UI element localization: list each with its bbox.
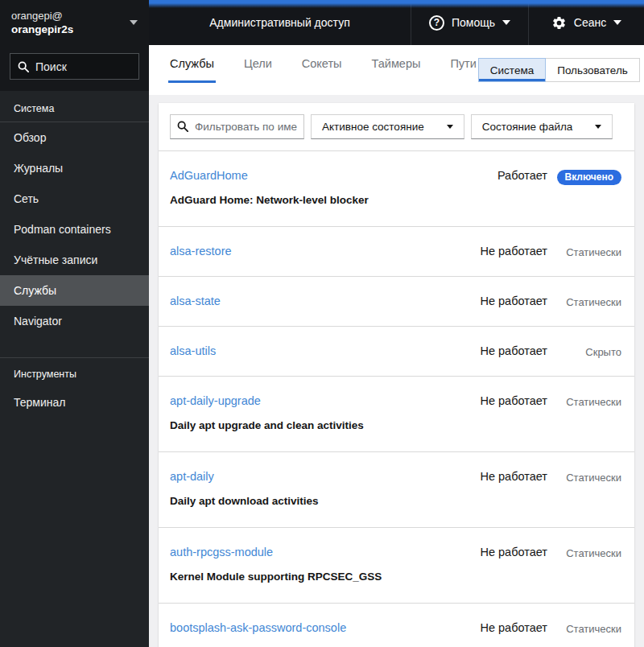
service-file-state: Статически — [547, 620, 621, 637]
service-states: Не работаетСтатически — [452, 293, 621, 310]
search-icon — [18, 61, 29, 72]
toggle-user-button[interactable]: Пользователь — [546, 58, 640, 82]
owner-toggle-group: СистемаПользователь — [478, 58, 640, 82]
service-file-state: Включено — [547, 168, 621, 185]
help-label: Помощь — [452, 16, 495, 29]
tab-paths[interactable]: Пути — [448, 45, 477, 83]
toggle-system-button[interactable]: Система — [478, 58, 546, 82]
host-name: orangepir2s — [11, 23, 73, 36]
admin-access-button[interactable]: Административный доступ — [209, 16, 349, 29]
chevron-down-icon — [130, 20, 138, 25]
service-name-link[interactable]: apt-daily-upgrade — [170, 393, 261, 409]
tabs-bar: СлужбыЦелиСокетыТаймерыПути СистемаПольз… — [149, 45, 644, 95]
service-row: alsa-stateНе работаетСтатически — [159, 276, 634, 326]
tab-sockets[interactable]: Сокеты — [300, 45, 344, 83]
service-states: Не работаетСтатически — [452, 243, 621, 260]
service-active-state: Не работает — [452, 545, 547, 560]
service-name-link[interactable]: alsa-utils — [170, 343, 216, 359]
unit-type-tabs: СлужбыЦелиСокетыТаймерыПути — [168, 45, 478, 83]
service-file-state: Статически — [547, 394, 621, 410]
chevron-down-icon — [595, 125, 601, 129]
service-file-state: Статически — [547, 545, 621, 561]
service-info: alsa-restore — [170, 243, 452, 259]
sidebar-nav: СистемаОбзорЖурналыСетьPodman containers… — [0, 91, 149, 418]
sidebar-section-label: Инструменты — [0, 358, 149, 387]
search-icon — [177, 121, 188, 132]
filter-by-name-input[interactable] — [170, 114, 304, 139]
service-description: Daily apt download activities — [170, 491, 411, 511]
sidebar-section-label: Система — [0, 93, 149, 122]
services-list: AdGuardHomeAdGuard Home: Network-level b… — [159, 150, 634, 647]
tab-services[interactable]: Службы — [168, 45, 216, 83]
service-states: Не работаетСтатически — [452, 468, 621, 485]
chevron-down-icon — [502, 20, 510, 25]
content-area: Активное состояние Состояние файла AdGua… — [149, 95, 644, 647]
chevron-down-icon — [447, 125, 453, 129]
service-row: alsa-utilsНе работаетСкрыто — [159, 326, 634, 376]
service-file-state: Статически — [547, 244, 621, 260]
filter-field — [170, 114, 304, 139]
sidebar-top: orangepi@ orangepir2s — [0, 0, 149, 91]
file-state-select-label: Состояние файла — [482, 121, 573, 133]
service-active-state: Работает — [452, 168, 547, 183]
service-row: auth-rpcgss-moduleKernel Module supporti… — [159, 527, 634, 603]
session-label: Сеанс — [574, 16, 606, 29]
masthead: Административный доступ ? Помощь Сеанс — [149, 0, 644, 45]
service-name-link[interactable]: alsa-state — [170, 293, 221, 309]
host-switcher[interactable]: orangepi@ orangepir2s — [0, 0, 149, 45]
masthead-admin-section: Административный доступ — [149, 0, 411, 45]
service-states: Не работаетСтатически — [452, 393, 621, 410]
service-name-link[interactable]: alsa-restore — [170, 243, 232, 259]
service-description: AdGuard Home: Network-level blocker — [170, 190, 411, 210]
service-active-state: Не работает — [452, 469, 547, 484]
service-name-link[interactable]: AdGuardHome — [170, 167, 248, 183]
service-row: AdGuardHomeAdGuard Home: Network-level b… — [159, 150, 634, 226]
service-row: apt-dailyDaily apt download activitiesНе… — [159, 451, 634, 527]
service-active-state: Не работает — [452, 244, 547, 259]
service-name-link[interactable]: apt-daily — [170, 468, 214, 484]
service-info: apt-dailyDaily apt download activities — [170, 468, 452, 511]
service-row: apt-daily-upgradeDaily apt upgrade and c… — [159, 376, 634, 451]
sidebar-item-сеть[interactable]: Сеть — [0, 183, 149, 214]
sidebar-item-службы[interactable]: Службы — [0, 275, 149, 306]
active-state-select[interactable]: Активное состояние — [311, 114, 464, 139]
service-active-state: Не работает — [452, 620, 547, 636]
host-label: orangepi@ orangepir2s — [11, 9, 73, 36]
help-menu-button[interactable]: ? Помощь — [429, 15, 510, 31]
enabled-badge: Включено — [557, 170, 621, 185]
service-info: apt-daily-upgradeDaily apt upgrade and c… — [170, 393, 452, 435]
sidebar-item-журналы[interactable]: Журналы — [0, 153, 149, 183]
file-state-select[interactable]: Состояние файла — [471, 114, 613, 139]
service-active-state: Не работает — [452, 344, 547, 359]
service-states: РаботаетВключено — [452, 167, 621, 185]
service-active-state: Не работает — [452, 294, 547, 309]
tab-targets[interactable]: Цели — [242, 45, 274, 83]
masthead-help-section: ? Помощь — [411, 0, 529, 45]
service-name-link[interactable]: auth-rpcgss-module — [170, 544, 273, 560]
sidebar-item-учётные-записи[interactable]: Учётные записи — [0, 245, 149, 275]
sidebar-item-podman-containers[interactable]: Podman containers — [0, 214, 149, 245]
service-description: Daily apt upgrade and clean activities — [170, 415, 411, 435]
app-window: orangepi@ orangepir2s СистемаОбзорЖурнал… — [0, 0, 644, 647]
service-row: bootsplash-ask-password-consoleDispatch … — [159, 603, 634, 647]
chevron-down-icon — [613, 20, 621, 25]
host-user: orangepi@ — [11, 9, 73, 23]
sidebar: orangepi@ orangepir2s СистемаОбзорЖурнал… — [0, 0, 149, 647]
service-states: Не работаетСтатически — [452, 544, 621, 561]
service-info: auth-rpcgss-moduleKernel Module supporti… — [170, 544, 452, 587]
tab-timers[interactable]: Таймеры — [370, 45, 423, 83]
help-icon: ? — [429, 15, 444, 31]
service-info: AdGuardHomeAdGuard Home: Network-level b… — [170, 167, 452, 210]
sidebar-item-navigator[interactable]: Navigator — [0, 306, 149, 336]
active-state-select-label: Активное состояние — [322, 121, 424, 133]
sidebar-item-терминал[interactable]: Терминал — [0, 387, 149, 418]
masthead-session-section: Сеанс — [529, 0, 644, 45]
sidebar-item-обзор[interactable]: Обзор — [0, 122, 149, 153]
services-card: Активное состояние Состояние файла AdGua… — [159, 103, 634, 647]
service-states: Не работаетСкрыто — [452, 343, 621, 360]
service-info: alsa-state — [170, 293, 452, 309]
sidebar-search[interactable] — [10, 53, 139, 80]
session-menu-button[interactable]: Сеанс — [551, 15, 621, 31]
service-name-link[interactable]: bootsplash-ask-password-console — [170, 620, 346, 636]
sidebar-search-input[interactable] — [35, 60, 131, 73]
